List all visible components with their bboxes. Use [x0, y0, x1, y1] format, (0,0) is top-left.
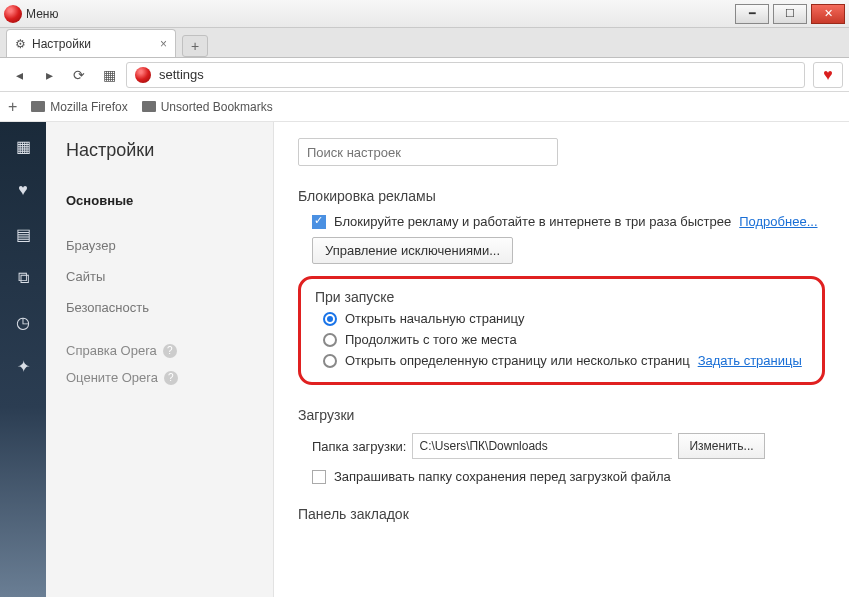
section-downloads-title: Загрузки: [298, 407, 825, 423]
section-adblock-title: Блокировка рекламы: [298, 188, 825, 204]
add-bookmark-button[interactable]: +: [8, 98, 17, 116]
section-bookmarks-panel-title: Панель закладок: [298, 506, 825, 522]
help-icon: ?: [164, 371, 178, 385]
radio-icon[interactable]: [323, 354, 337, 368]
new-tab-button[interactable]: +: [182, 35, 208, 57]
bookmarks-bar: + Mozilla Firefox Unsorted Bookmarks: [0, 92, 849, 122]
sidebar-item-sites[interactable]: Сайты: [66, 261, 253, 292]
address-bar[interactable]: [126, 62, 805, 88]
change-folder-button[interactable]: Изменить...: [678, 433, 764, 459]
opera-icon: [135, 67, 151, 83]
startup-option-specific[interactable]: Открыть определенную страницу или нескол…: [323, 353, 808, 368]
news-icon[interactable]: ▤: [13, 224, 33, 244]
ask-folder-label: Запрашивать папку сохранения перед загру…: [334, 469, 671, 484]
startup-option-start-page[interactable]: Открыть начальную страницу: [323, 311, 808, 326]
forward-button[interactable]: ▸: [36, 62, 62, 88]
extensions-icon[interactable]: ✦: [13, 356, 33, 376]
startup-highlight: При запуске Открыть начальную страницу П…: [298, 276, 825, 385]
tabs-icon[interactable]: ⧉: [13, 268, 33, 288]
speeddial-icon[interactable]: ▦: [13, 136, 33, 156]
radio-icon[interactable]: [323, 333, 337, 347]
window-titlebar: Меню ━ ☐ ✕: [0, 0, 849, 28]
settings-heading: Настройки: [66, 140, 253, 161]
checkbox-checked-icon[interactable]: [312, 215, 326, 229]
sidebar-item-browser[interactable]: Браузер: [66, 230, 253, 261]
bookmark-folder[interactable]: Mozilla Firefox: [31, 100, 127, 114]
tab-strip: ⚙ Настройки × +: [0, 28, 849, 58]
ask-folder-row[interactable]: Запрашивать папку сохранения перед загру…: [312, 469, 825, 484]
menu-label[interactable]: Меню: [26, 7, 58, 21]
gear-icon: ⚙: [15, 37, 26, 51]
set-pages-link[interactable]: Задать страницы: [698, 353, 802, 368]
tab-close-icon[interactable]: ×: [160, 37, 167, 51]
adblock-checkbox-row[interactable]: Блокируйте рекламу и работайте в интерне…: [312, 214, 825, 229]
opera-logo-icon: [4, 5, 22, 23]
manage-exceptions-button[interactable]: Управление исключениями...: [312, 237, 513, 264]
sidebar-item-security[interactable]: Безопасность: [66, 292, 253, 323]
bookmark-heart-button[interactable]: ♥: [813, 62, 843, 88]
adblock-text: Блокируйте рекламу и работайте в интерне…: [334, 214, 731, 229]
checkbox-unchecked-icon[interactable]: [312, 470, 326, 484]
sidebar-help[interactable]: Справка Opera?: [66, 337, 253, 364]
help-icon: ?: [163, 344, 177, 358]
section-startup-title: При запуске: [315, 289, 808, 305]
left-rail: ▦ ♥ ▤ ⧉ ◷ ✦: [0, 122, 46, 597]
close-button[interactable]: ✕: [811, 4, 845, 24]
bookmark-folder[interactable]: Unsorted Bookmarks: [142, 100, 273, 114]
startup-option-continue[interactable]: Продолжить с того же места: [323, 332, 808, 347]
download-folder-label: Папка загрузки:: [312, 439, 406, 454]
reload-button[interactable]: ⟳: [66, 62, 92, 88]
sidebar-rate[interactable]: Оцените Opera?: [66, 364, 253, 391]
settings-sidebar: Настройки Основные Браузер Сайты Безопас…: [46, 122, 274, 597]
speeddial-button[interactable]: ▦: [96, 62, 122, 88]
radio-selected-icon[interactable]: [323, 312, 337, 326]
main-area: ▦ ♥ ▤ ⧉ ◷ ✦ Настройки Основные Браузер С…: [0, 122, 849, 597]
minimize-button[interactable]: ━: [735, 4, 769, 24]
toolbar: ◂ ▸ ⟳ ▦ ♥: [0, 58, 849, 92]
adblock-more-link[interactable]: Подробнее...: [739, 214, 817, 229]
maximize-button[interactable]: ☐: [773, 4, 807, 24]
tab-settings[interactable]: ⚙ Настройки ×: [6, 29, 176, 57]
address-input[interactable]: [159, 67, 804, 82]
settings-content: Блокировка рекламы Блокируйте рекламу и …: [274, 122, 849, 597]
download-path-field[interactable]: C:\Users\ПК\Downloads: [412, 433, 672, 459]
history-icon[interactable]: ◷: [13, 312, 33, 332]
tab-title: Настройки: [32, 37, 91, 51]
back-button[interactable]: ◂: [6, 62, 32, 88]
settings-search-input[interactable]: [298, 138, 558, 166]
sidebar-item-basic[interactable]: Основные: [66, 185, 253, 216]
bookmarks-icon[interactable]: ♥: [13, 180, 33, 200]
